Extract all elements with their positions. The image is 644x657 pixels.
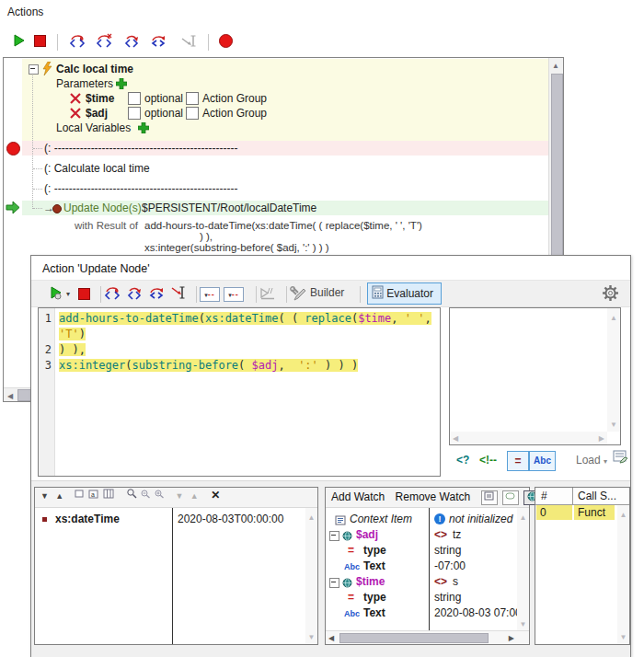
- run-icon[interactable]: [13, 34, 26, 50]
- watch-row-context-item[interactable]: Context Item ! not initialized: [326, 512, 529, 527]
- stop-icon[interactable]: [34, 35, 46, 50]
- collapse-icon[interactable]: [329, 531, 339, 541]
- sort-up-icon[interactable]: ▲: [190, 491, 199, 501]
- add-watch-button[interactable]: Add Watch: [331, 490, 385, 503]
- scroll-up-icon[interactable]: ▲: [610, 314, 617, 322]
- step-out-icon[interactable]: [125, 285, 144, 303]
- watch-row-time-type[interactable]: = type string: [326, 590, 529, 605]
- settings-gear-icon[interactable]: [602, 284, 619, 305]
- action-group-title: Calc local time: [56, 62, 133, 76]
- vertical-scrollbar[interactable]: ▲ ▼: [617, 505, 629, 644]
- evaluator-button[interactable]: Evaluator: [367, 282, 442, 305]
- show-text-button[interactable]: [502, 490, 519, 505]
- step-over-icon[interactable]: [147, 285, 166, 303]
- vertical-scrollbar[interactable]: ▲ ▼: [607, 308, 620, 432]
- action-group-checkbox[interactable]: [186, 92, 202, 107]
- stop-icon[interactable]: [78, 288, 90, 303]
- move-up-icon[interactable]: ▲: [55, 491, 63, 501]
- column-header-callstack[interactable]: Call S...: [578, 490, 616, 502]
- search-prev-icon[interactable]: [140, 489, 151, 501]
- column-divider[interactable]: [572, 488, 573, 504]
- horizontal-scrollbar[interactable]: ◀ ▶: [326, 630, 529, 644]
- step-into-icon[interactable]: [68, 33, 86, 51]
- scroll-left-icon[interactable]: ◀: [4, 390, 17, 403]
- column-divider[interactable]: [172, 508, 173, 644]
- watch-row-adj-type[interactable]: = type string: [326, 543, 529, 559]
- show-text-toggle[interactable]: Abc: [529, 451, 556, 471]
- insert-breakpoint-icon[interactable]: ▾--: [200, 287, 220, 302]
- column-header-index[interactable]: #: [541, 490, 547, 502]
- call-stack-panel: # Call S... 0 Funct ▲ ▼: [535, 487, 630, 645]
- delete-param-icon[interactable]: [70, 93, 81, 108]
- horizontal-scrollbar[interactable]: ◀ ▶: [450, 432, 607, 444]
- copy-all-icon[interactable]: a: [88, 489, 100, 501]
- text-abc-icon: Abc: [344, 606, 360, 621]
- scroll-left-icon[interactable]: ◀: [453, 434, 458, 443]
- scroll-down-icon[interactable]: ▼: [308, 633, 316, 641]
- step-out-icon[interactable]: [122, 33, 141, 51]
- watch-row-time-text[interactable]: Abc Text 2020-08-03 07:00:00: [326, 605, 517, 621]
- collapse-icon[interactable]: [29, 64, 39, 75]
- load-dropdown[interactable]: Load ▾: [576, 451, 607, 469]
- search-next-icon[interactable]: [154, 489, 165, 501]
- insert-xml-declaration-button[interactable]: <?: [456, 451, 469, 469]
- watch-row-adj[interactable]: $adj <> tz: [326, 527, 529, 543]
- search-icon[interactable]: [126, 489, 137, 501]
- builder-button[interactable]: Builder: [310, 286, 344, 299]
- scroll-down-icon[interactable]: ▼: [520, 620, 527, 628]
- remove-watch-button[interactable]: Remove Watch: [396, 490, 471, 503]
- step-into-x-icon[interactable]: [95, 33, 113, 51]
- action-group-icon: [41, 62, 52, 79]
- optional-checkbox[interactable]: [128, 107, 144, 121]
- tree-row-comment-divider[interactable]: (: -------------------------------------…: [44, 141, 237, 156]
- optional-checkbox[interactable]: [128, 92, 144, 107]
- watch-tree-toolbar: Add Watch Remove Watch ▼: [326, 488, 529, 508]
- result-pane[interactable]: ▲ ▼ ◀ ▶: [449, 307, 621, 445]
- scroll-up-icon[interactable]: ▲: [308, 513, 316, 522]
- show-equals-toggle[interactable]: =: [507, 451, 529, 471]
- tree-row-comment-divider2[interactable]: (: -------------------------------------…: [44, 181, 237, 196]
- scroll-right-icon[interactable]: ▶: [509, 634, 514, 642]
- breakpoint-marker-icon[interactable]: [6, 142, 20, 156]
- scroll-down-icon[interactable]: ▼: [620, 633, 627, 641]
- scroll-left-icon[interactable]: ◀: [328, 634, 334, 642]
- collapse-icon[interactable]: [329, 578, 339, 588]
- watch-value-row[interactable]: xs:dateTime 2020-08-03T00:00:00: [35, 512, 317, 527]
- watch-row-time[interactable]: $time <> s: [326, 574, 529, 590]
- param-name: $adj: [86, 106, 108, 121]
- move-down-icon[interactable]: ▼: [40, 491, 49, 501]
- step-into-icon[interactable]: [103, 285, 121, 303]
- vertical-scrollbar[interactable]: ▲ ▼: [517, 508, 529, 631]
- scroll-right-icon[interactable]: ▶: [599, 434, 604, 443]
- delete-watch-icon[interactable]: ✕: [211, 489, 220, 501]
- run-to-cursor-icon[interactable]: [169, 285, 186, 302]
- breakpoint-icon[interactable]: [219, 34, 233, 51]
- insert-comment-button[interactable]: <!--: [479, 451, 497, 469]
- step-over-icon[interactable]: [149, 33, 167, 51]
- copy-icon[interactable]: [75, 489, 86, 501]
- scroll-up-icon[interactable]: ▲: [520, 513, 527, 522]
- watch-row-adj-text[interactable]: Abc Text -07:00: [326, 559, 529, 574]
- scrollbar-thumb[interactable]: [339, 633, 489, 643]
- builder-icon[interactable]: [290, 286, 306, 304]
- apply-result-icon[interactable]: [613, 449, 629, 467]
- action-group-checkbox[interactable]: [186, 107, 202, 121]
- scrollbar-thumb[interactable]: [551, 74, 563, 256]
- remove-breakpoints-icon[interactable]: ▾--: [224, 287, 244, 302]
- add-parameter-icon[interactable]: [116, 78, 127, 93]
- columns-icon[interactable]: [103, 489, 115, 501]
- scroll-down-icon[interactable]: ▼: [610, 421, 617, 429]
- run-dropdown-caret-icon[interactable]: ▾: [66, 290, 70, 298]
- sort-down-icon[interactable]: ▼: [176, 491, 184, 501]
- add-local-variable-icon[interactable]: [138, 122, 149, 137]
- scroll-up-icon[interactable]: ▲: [620, 511, 627, 519]
- code-line-3: xs:integer(substring-before( $adj, ':' )…: [59, 358, 358, 374]
- scroll-up-icon[interactable]: ▲: [549, 60, 562, 73]
- run-to-cursor-icon[interactable]: [180, 34, 197, 50]
- tree-row-comment-title[interactable]: (: Calculate local time: [44, 161, 150, 176]
- show-attributes-button[interactable]: [481, 490, 498, 505]
- expression-editor[interactable]: 1 2 3 add-hours-to-dateTime(xs:dateTime(…: [38, 307, 441, 477]
- vertical-scrollbar[interactable]: ▲ ▼: [305, 508, 317, 644]
- toolbar-separator: [100, 286, 101, 303]
- run-evaluation-icon[interactable]: [50, 286, 63, 303]
